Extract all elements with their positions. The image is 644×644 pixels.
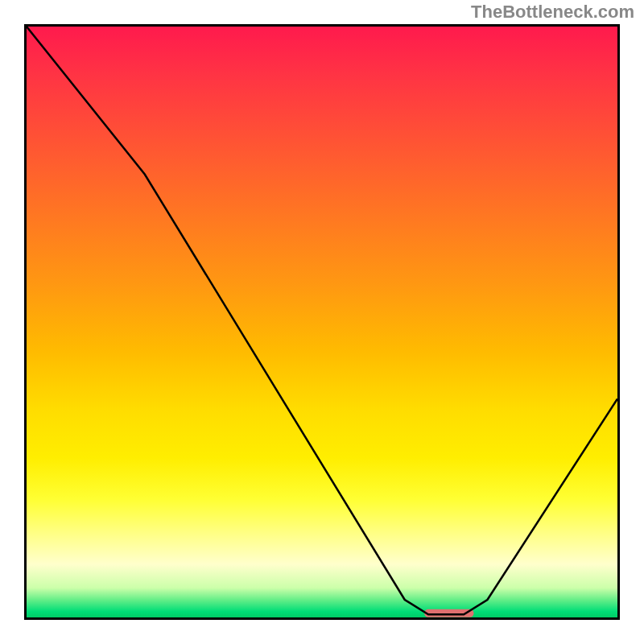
bottleneck-chart: TheBottleneck.com bbox=[0, 0, 644, 644]
curve-svg bbox=[27, 27, 617, 617]
plot-area bbox=[24, 24, 620, 620]
bottleneck-curve bbox=[27, 27, 617, 614]
watermark-text: TheBottleneck.com bbox=[471, 2, 634, 23]
